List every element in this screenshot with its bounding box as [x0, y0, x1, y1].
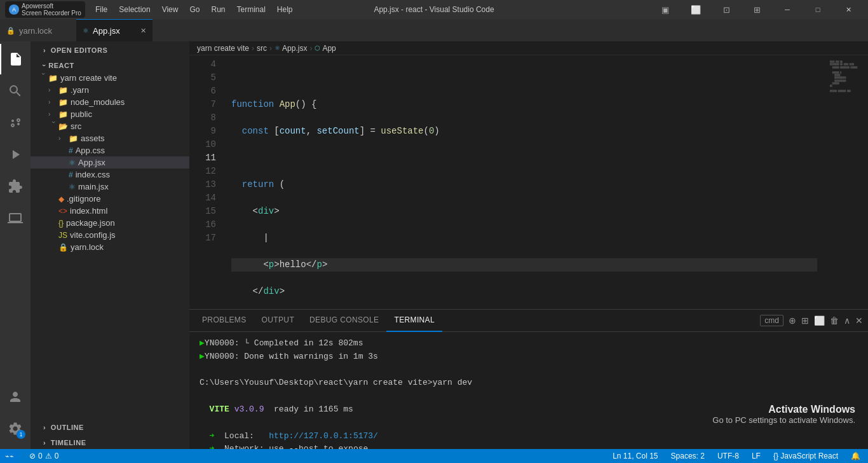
local-label: Local:: [224, 431, 269, 441]
open-editors-section[interactable]: › OPEN EDITORS: [31, 41, 189, 57]
breadcrumb-src[interactable]: src: [257, 44, 267, 53]
error-count[interactable]: ⊘ 0 ⚠ 0: [27, 452, 61, 460]
index-html-file[interactable]: › <> index.html: [31, 205, 189, 217]
problems-tab[interactable]: PROBLEMS: [194, 310, 254, 332]
gitignore-label: .gitignore: [67, 194, 100, 204]
search-icon[interactable]: [0, 76, 31, 106]
minimize-button[interactable]: ─: [773, 0, 802, 19]
tab-yarn-lock-label: yarn.lock: [19, 26, 52, 36]
explorer-icon[interactable]: [0, 44, 31, 74]
vite-config-file[interactable]: › JS vite.config.js: [31, 229, 189, 241]
folder-arrow: ›: [58, 135, 69, 142]
breadcrumb-project[interactable]: yarn create vite: [197, 44, 249, 53]
tab-app-jsx[interactable]: ⚛ App.jsx ✕: [76, 19, 153, 41]
node-modules-folder[interactable]: › 📁 node_modules: [31, 96, 189, 108]
tab-app-jsx-label: App.jsx: [93, 26, 120, 36]
menu-selection[interactable]: Selection: [114, 3, 155, 17]
public-folder[interactable]: › 📁 public: [31, 108, 189, 120]
settings-icon[interactable]: 1: [0, 413, 31, 444]
terminal-line-2: ▶YN0000: Done with warnings in 1m 3s: [200, 350, 858, 364]
yarn-lock-file[interactable]: › 🔒 yarn.lock: [31, 241, 189, 253]
package-json-file[interactable]: › {} package.json: [31, 217, 189, 229]
spaces[interactable]: Spaces: 2: [668, 452, 707, 460]
extensions-icon[interactable]: [0, 171, 31, 202]
arrow-network-icon: ➜: [200, 444, 224, 449]
close-button[interactable]: ✕: [834, 0, 863, 19]
run-debug-icon[interactable]: [0, 139, 31, 170]
cursor-pos-text: Ln 11, Col 15: [613, 452, 658, 460]
assets-folder[interactable]: › 📁 assets: [31, 132, 189, 144]
menu-run[interactable]: Run: [206, 3, 230, 17]
tab-yarn-lock[interactable]: 🔒 yarn.lock: [0, 19, 76, 41]
warning-icon: ⚠: [45, 452, 52, 460]
encoding[interactable]: UTF-8: [715, 452, 742, 460]
debug-console-tab[interactable]: DEBUG CONSOLE: [302, 310, 386, 332]
layout-icon[interactable]: ▣: [651, 0, 680, 19]
line-ending[interactable]: LF: [749, 452, 763, 460]
main-jsx-file[interactable]: › ⚛ main.jsx: [31, 181, 189, 193]
code-content[interactable]: function App() { const [count, setCount]…: [221, 55, 817, 309]
notifications[interactable]: 🔔: [848, 452, 863, 460]
account-icon[interactable]: [0, 382, 31, 412]
terminal-line-5: [200, 390, 858, 403]
language-mode[interactable]: {} JavaScript React: [771, 452, 841, 460]
outline-section[interactable]: › OUTLINE: [31, 418, 189, 434]
split-panel-icon[interactable]: ⬜: [814, 315, 825, 326]
close-panel-icon[interactable]: ✕: [855, 315, 863, 326]
main-layout: 1 › OPEN EDITORS › REACT › 📁 yarn create…: [0, 41, 868, 449]
kill-terminal-icon[interactable]: 🗑: [830, 315, 839, 326]
terminal-vite-line: VITE v3.0.9 ready in 1165 ms: [200, 403, 858, 417]
layout-icon4[interactable]: ⊞: [742, 0, 771, 19]
folder-arrow: ›: [50, 121, 57, 132]
local-url[interactable]: http://127.0.0.1:5173/: [269, 431, 378, 441]
source-control-icon[interactable]: [0, 107, 31, 138]
yarn-lock-label: yarn.lock: [71, 242, 104, 252]
lock-icon: 🔒: [58, 243, 68, 252]
app-logo: A ApowersoftScreen Recorder Pro: [5, 1, 85, 18]
menu-go[interactable]: Go: [184, 3, 205, 17]
src-folder-label: src: [71, 121, 81, 131]
terminal-network-line: ➜ Network: use --host to expose: [200, 443, 858, 449]
index-css-file[interactable]: › # index.css: [31, 169, 189, 181]
panel: PROBLEMS OUTPUT DEBUG CONSOLE TERMINAL c…: [189, 309, 868, 449]
menu-file[interactable]: File: [90, 3, 112, 17]
terminal-tab[interactable]: TERMINAL: [386, 310, 442, 332]
react-section[interactable]: › REACT: [31, 57, 189, 72]
app-css-label: App.css: [76, 146, 105, 155]
menu-help[interactable]: Help: [272, 3, 298, 17]
terminal-content[interactable]: ▶YN0000: └ Completed in 12s 802ms ▶YN000…: [189, 332, 868, 449]
timeline-section[interactable]: › TIMELINE: [31, 434, 189, 449]
terminal-line-1: ▶YN0000: └ Completed in 12s 802ms: [200, 337, 858, 350]
gitignore-file[interactable]: › ◆ .gitignore: [31, 193, 189, 205]
maximize-panel-icon[interactable]: ∧: [844, 315, 850, 326]
yarn-folder[interactable]: › 📁 .yarn: [31, 84, 189, 96]
vite-ready: ready in 1165 ms: [264, 404, 353, 414]
cursor-position[interactable]: Ln 11, Col 15: [610, 452, 660, 460]
menu-terminal[interactable]: Terminal: [231, 3, 270, 17]
breadcrumb-file[interactable]: ⚛ App.jsx: [275, 44, 307, 53]
breadcrumb-sep2: ›: [269, 44, 272, 53]
maximize-button[interactable]: □: [803, 0, 832, 19]
jsx-file-icon: ⚛: [69, 183, 76, 191]
src-folder[interactable]: › 📂 src: [31, 120, 189, 132]
project-folder[interactable]: › 📁 yarn create vite: [31, 72, 189, 84]
activity-bar: 1: [0, 41, 31, 449]
line-num-12: 12: [189, 165, 216, 178]
app-css-file[interactable]: › # App.css: [31, 144, 189, 156]
menu-view[interactable]: View: [157, 3, 184, 17]
folder-icon: 📁: [69, 134, 78, 143]
code-editor[interactable]: 4 5 6 7 8 9 10 11 12 13 14 15 16 17 func…: [189, 55, 868, 309]
folder-arrow: ›: [48, 111, 58, 118]
split-terminal-icon[interactable]: ⊞: [801, 315, 809, 326]
output-tab[interactable]: OUTPUT: [254, 310, 302, 332]
remote-icon[interactable]: [0, 203, 31, 233]
remote-status[interactable]: ⌁⌁: [0, 449, 19, 463]
layout-icon2[interactable]: ⬜: [681, 0, 710, 19]
layout-icon3[interactable]: ⊡: [712, 0, 741, 19]
add-terminal-icon[interactable]: ⊕: [789, 315, 796, 326]
breadcrumb-symbol[interactable]: ⬡ App: [315, 44, 336, 53]
close-tab-icon[interactable]: ✕: [140, 27, 146, 35]
app-jsx-file[interactable]: › ⚛ App.jsx: [31, 156, 189, 169]
assets-folder-label: assets: [81, 134, 105, 143]
project-folder-label: yarn create vite: [60, 73, 117, 83]
